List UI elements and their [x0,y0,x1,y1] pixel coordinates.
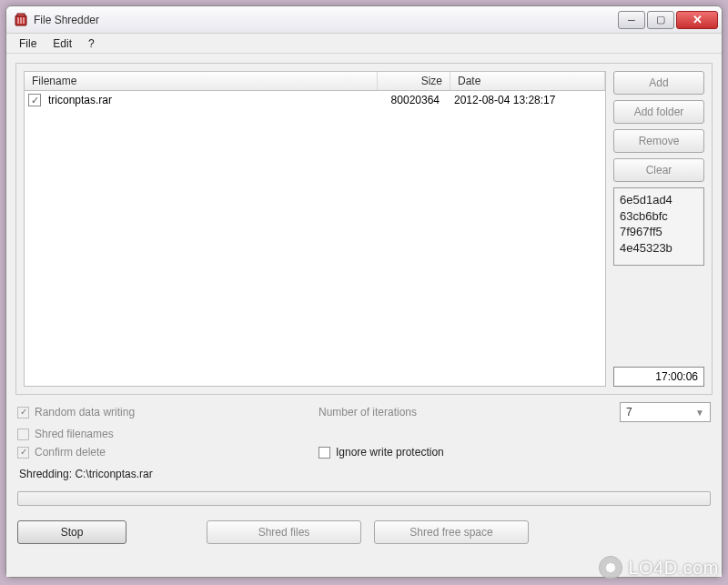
menu-help[interactable]: ? [81,35,102,52]
random-data-label: Random data writing [35,406,135,419]
row-checkbox[interactable] [28,94,41,106]
status-line: Shredding: C:\triconptas.rar [15,466,713,482]
menu-file[interactable]: File [12,35,44,52]
remove-button[interactable]: Remove [613,129,704,153]
titlebar[interactable]: File Shredder ─ ▢ ✕ [6,6,722,34]
iterations-label: Number of iterations [318,406,417,419]
confirm-delete-label: Confirm delete [35,446,106,459]
add-button[interactable]: Add [613,71,704,95]
ignore-write-protection-checkbox[interactable] [318,447,330,459]
minimize-button[interactable]: ─ [618,11,645,29]
clear-button[interactable]: Clear [613,158,704,182]
maximize-button[interactable]: ▢ [647,11,674,29]
row-size: 80020364 [374,94,447,106]
close-button[interactable]: ✕ [676,11,718,29]
shred-filenames-checkbox[interactable] [17,429,29,440]
random-data-checkbox[interactable] [17,407,29,419]
file-list-frame: Filename Size Date triconptas.rar 800203… [15,63,713,395]
watermark: LO4D.com [599,556,719,580]
menu-edit[interactable]: Edit [46,35,79,52]
hash-line: 6e5d1ad4 [620,192,698,208]
hash-box: 6e5d1ad4 63cb6bfc 7f967ff5 4e45323b [613,187,704,266]
hash-line: 63cb6bfc [620,208,698,225]
app-window: File Shredder ─ ▢ ✕ File Edit ? Filename… [5,5,723,578]
confirm-delete-checkbox[interactable] [17,447,29,459]
client-area: Filename Size Date triconptas.rar 800203… [6,54,722,577]
svg-rect-1 [17,14,25,16]
col-filename[interactable]: Filename [25,72,378,90]
add-folder-button[interactable]: Add folder [613,100,704,124]
list-body[interactable]: triconptas.rar 80020364 2012-08-04 13:28… [24,91,606,387]
chevron-down-icon: ▼ [695,408,704,418]
bottom-buttons: Stop Shred files Shred free space [15,519,713,548]
col-date[interactable]: Date [450,72,605,90]
close-icon: ✕ [693,13,703,26]
maximize-icon: ▢ [656,14,665,25]
list-header: Filename Size Date [24,71,606,91]
stop-button[interactable]: Stop [17,520,126,544]
shred-free-space-button[interactable]: Shred free space [374,520,529,544]
timer-value: 17:00:06 [655,370,698,383]
timer-box: 17:00:06 [613,367,704,387]
disc-icon [599,556,622,580]
menubar: File Edit ? [6,34,722,54]
minimize-icon: ─ [628,15,635,25]
window-title: File Shredder [34,14,618,26]
iterations-select[interactable]: 7 ▼ [620,402,711,422]
col-size[interactable]: Size [378,72,450,90]
table-row[interactable]: triconptas.rar 80020364 2012-08-04 13:28… [25,91,605,109]
shred-files-button[interactable]: Shred files [207,520,361,544]
side-buttons: Add Add folder Remove Clear 6e5d1ad4 63c… [613,71,704,387]
row-date: 2012-08-04 13:28:17 [447,94,602,106]
ignore-write-protection-label: Ignore write protection [336,446,444,459]
hash-line: 7f967ff5 [620,224,698,240]
progress-bar [17,491,711,506]
options-grid: Random data writing Number of iterations… [15,402,713,459]
hash-line: 4e45323b [620,240,698,257]
app-icon [14,13,28,27]
row-filename: triconptas.rar [46,94,374,106]
watermark-text: LO4D.com [628,558,719,579]
iterations-value: 7 [626,406,632,419]
shred-filenames-label: Shred filenames [35,428,114,440]
